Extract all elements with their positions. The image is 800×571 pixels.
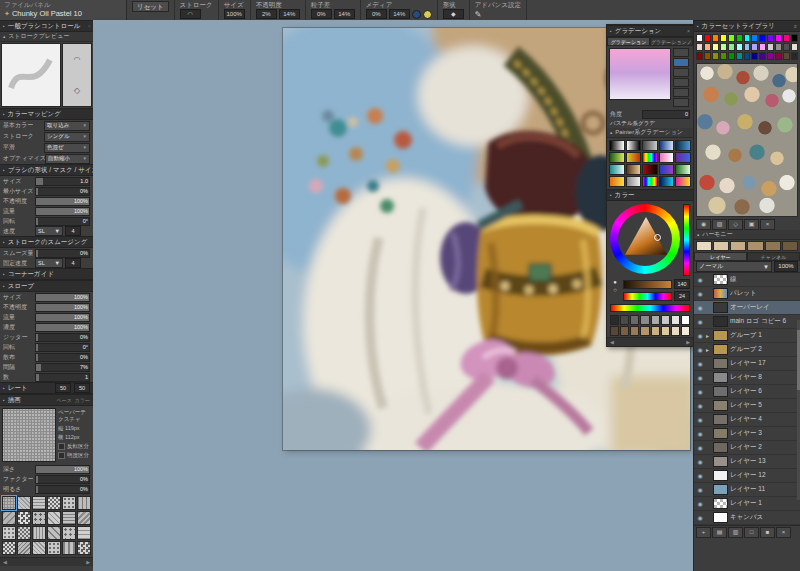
gradient-mode-button[interactable] [673, 78, 689, 87]
layer-row[interactable]: ◉ レイヤー 17 [694, 357, 800, 371]
slider-track[interactable]: 100% [35, 303, 90, 312]
palette-swatch[interactable] [775, 34, 782, 42]
harmony-swatch[interactable] [696, 241, 712, 251]
texture-swatch[interactable] [77, 526, 91, 540]
palette-swatch[interactable] [759, 34, 766, 42]
harmony-swatch[interactable] [765, 241, 781, 251]
gradient-swatch[interactable] [626, 152, 642, 163]
stroke-curve-icon[interactable]: ◠ [180, 9, 201, 19]
color-swatch[interactable] [610, 315, 619, 325]
current-brush[interactable]: ✦Chunky Oil Pastel 10 [4, 9, 122, 18]
visibility-eye-icon[interactable]: ◉ [696, 374, 704, 381]
palette-swatch[interactable] [736, 34, 743, 42]
texture-swatch[interactable] [32, 526, 46, 540]
colorset-header[interactable]: ▪ カラーセットライブラリ ≡ [694, 20, 800, 32]
palette-swatch[interactable] [783, 43, 790, 51]
layer-row[interactable]: ◉ ▸ グループ 2 [694, 343, 800, 357]
speed-value[interactable]: 4 [65, 226, 81, 236]
palette-swatch[interactable] [767, 52, 774, 60]
layer-thumbnail[interactable] [713, 484, 728, 495]
visibility-eye-icon[interactable]: ◉ [696, 486, 704, 493]
layer-opacity-value[interactable]: 100% [774, 261, 798, 272]
speed-dropdown[interactable]: SL▼ [35, 226, 63, 236]
texture-swatch[interactable] [2, 511, 16, 525]
layer-row[interactable]: ◉ レイヤー 4 [694, 413, 800, 427]
texture-tab-base[interactable]: ベース [57, 397, 72, 403]
layer-row[interactable]: ◉ オーバーレイ [694, 301, 800, 315]
palette-swatch[interactable] [704, 43, 711, 51]
palette-swatch[interactable] [712, 52, 719, 60]
media-color-dot-2[interactable] [423, 10, 432, 19]
layer-tool-icon[interactable]: ▥ [728, 527, 743, 538]
harmony-swatch[interactable] [713, 241, 729, 251]
layer-thumbnail[interactable] [713, 400, 728, 411]
slider-track[interactable]: 0% [35, 485, 90, 494]
palette-swatch[interactable] [704, 52, 711, 60]
scroll-right-icon[interactable]: ▶ [686, 339, 690, 345]
palette-swatch[interactable] [720, 43, 727, 51]
layer-thumbnail[interactable] [713, 316, 728, 327]
fixed-speed-dropdown[interactable]: SL▼ [35, 258, 63, 268]
gradient-swatch[interactable] [626, 164, 642, 175]
painter-gradients-header[interactable]: ▪ Painter系グラデーション [607, 128, 693, 138]
palette-swatch[interactable] [736, 43, 743, 51]
gradient-swatch[interactable] [609, 164, 625, 175]
palette-swatch[interactable] [744, 52, 751, 60]
gradient-swatch[interactable] [675, 176, 691, 187]
general-controls-header[interactable]: ▪ 一般ブラシコントロール ▫ [0, 20, 93, 32]
layer-thumbnail[interactable] [713, 330, 728, 341]
color-picker-pointer[interactable] [654, 234, 661, 241]
pen-icon[interactable]: ✎ [475, 10, 482, 19]
texture-swatch[interactable] [17, 511, 31, 525]
layer-tool-icon[interactable]: □ [744, 527, 759, 538]
texture-swatch[interactable] [62, 541, 76, 555]
opacity-value-1[interactable]: 2% [256, 9, 277, 19]
palette-swatch[interactable] [759, 52, 766, 60]
corner-guide-header[interactable]: ▪ コーナーガイド [0, 268, 93, 280]
layer-thumbnail[interactable] [713, 372, 728, 383]
texture-swatch[interactable] [47, 526, 61, 540]
slope-header[interactable]: ▪ スロープ [0, 280, 93, 292]
palette-swatch[interactable] [704, 34, 711, 42]
texture-swatch[interactable] [2, 541, 16, 555]
layer-thumbnail[interactable] [713, 414, 728, 425]
slider-track[interactable]: 100% [35, 323, 90, 332]
rate-header[interactable]: ▪ レート 50 50 [0, 382, 93, 394]
slider-track[interactable]: 100% [35, 313, 90, 322]
palette-swatch[interactable] [751, 43, 758, 51]
slider-track[interactable]: 100% [35, 207, 90, 216]
stroke-preview-header[interactable]: ▪ ストロークプレビュー [0, 32, 93, 42]
color-mapping-header[interactable]: ▪ カラーマッピング [0, 108, 93, 120]
layer-thumbnail[interactable] [713, 470, 728, 481]
visibility-eye-icon[interactable]: ◉ [696, 416, 704, 423]
texture-swatch[interactable] [32, 496, 46, 510]
layer-thumbnail[interactable] [713, 344, 728, 355]
hue-slider[interactable] [610, 304, 690, 312]
layer-row[interactable]: ◉ レイヤー 11 [694, 483, 800, 497]
palette-swatch[interactable] [712, 43, 719, 51]
texture-header[interactable]: ▪ 描画 ベース カラー [0, 394, 93, 406]
hue-bar-vertical[interactable] [683, 204, 690, 276]
visibility-eye-icon[interactable]: ◉ [696, 430, 704, 437]
layer-row[interactable]: ◉ レイヤー 12 [694, 469, 800, 483]
palette-swatch[interactable] [696, 34, 703, 42]
palette-swatch[interactable] [775, 52, 782, 60]
palette-swatch[interactable] [696, 43, 703, 51]
visibility-eye-icon[interactable]: ◉ [696, 276, 704, 283]
texture-swatch[interactable] [62, 496, 76, 510]
canvas-workspace[interactable]: ▪ グラデーション × グラデーション グラデーションノード 角度 0 パステル… [93, 20, 694, 571]
visibility-eye-icon[interactable]: ◉ [696, 458, 704, 465]
color-swatch[interactable] [661, 326, 670, 336]
harmony-swatch[interactable] [782, 241, 798, 251]
slider-track[interactable]: 100% [35, 465, 90, 474]
collapse-icon[interactable]: ▫ [88, 23, 90, 29]
slider-track[interactable]: 0% [35, 249, 90, 258]
layer-row[interactable]: ◉ ▸ グループ 1 [694, 329, 800, 343]
layer-row[interactable]: ◉ キャンバス [694, 511, 800, 525]
media-value-2[interactable]: 14% [389, 9, 410, 19]
color-swatch[interactable] [620, 315, 629, 325]
visibility-eye-icon[interactable]: ◉ [696, 290, 704, 297]
palette-swatch[interactable] [696, 52, 703, 60]
palette-swatch[interactable] [767, 43, 774, 51]
slider-track[interactable]: 100% [35, 197, 90, 206]
